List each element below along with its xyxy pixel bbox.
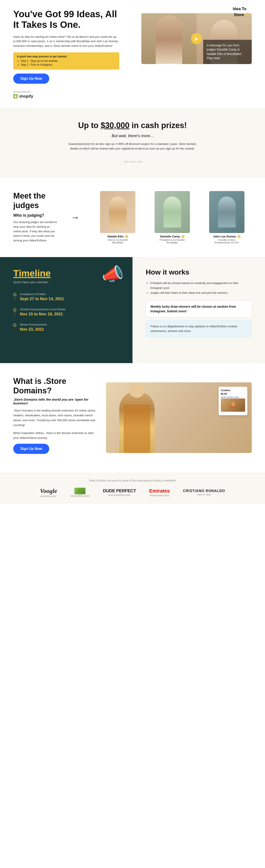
judge3-name: John Lee Dumas (213, 235, 236, 238)
brand-emirates-name: Emirates (149, 488, 170, 494)
prize-decoration: 〜〜〜 (13, 158, 252, 167)
brands-row: Voogle www.lando.store 🌿 www.earthling.s… (13, 488, 252, 497)
hero-steps-box: A quick two-step process to get started:… (13, 52, 119, 69)
judge3-title1: Founder & Host (202, 239, 252, 241)
prize-title-prefix: Up to (78, 121, 101, 130)
store-section: What is .Store Domains? .Store Domains t… (0, 363, 265, 472)
judge2-info-icon[interactable]: i (181, 235, 185, 238)
timeline-date-2: Nov 15 to Nov 19, 2021 (20, 312, 65, 316)
judge-photo-left (141, 13, 197, 64)
brands-section: Store Domains are used by some of the mo… (0, 472, 265, 504)
how-it-works-panel: How it works 6 finalists will be chosen … (133, 257, 265, 363)
hero-left: You've Got 99 Ideas, All It Takes Is One… (13, 9, 119, 99)
store-desc-2: When inspiration strikes, .Store is the … (13, 431, 97, 440)
cookie-image: 🍪 (221, 398, 245, 412)
timeline-how-section: 📣 Timeline Quick! Open your calendar! Ac… (0, 257, 265, 363)
hero-title: You've Got 99 Ideas, All It Takes Is One… (13, 9, 119, 30)
hero-signup-button[interactable]: Sign Up Now (13, 73, 49, 84)
sponsored-label: SPONSORED BY (13, 91, 31, 93)
judges-section: Meet the judges Who is judging? Our amaz… (0, 178, 265, 257)
mockup-url: www.cookies.store (221, 396, 245, 398)
shopify-label: shopify (19, 94, 33, 99)
video-overlay-text: A message for you from judges Danielle C… (203, 40, 252, 64)
brand-emirates-url: www.emirates.store (149, 494, 170, 497)
logo-top-right: Idea To .Store ✦ (233, 7, 250, 18)
video-overlay-message: A message for you from judges Danielle C… (207, 43, 242, 60)
megaphone-icon: 📣 (102, 264, 124, 284)
timeline-dot-1 (13, 293, 16, 296)
prize-title-container: Up to $30,000 in cash prizes! (13, 121, 252, 130)
judge1-name: Natalie Ellis (107, 235, 124, 238)
logo-text2: Store (234, 12, 244, 17)
store-mockup: Cookies $5.00 www.cookies.store 🍪 (219, 387, 247, 415)
prize-description: Guaranteed prize for all who sign up: A … (64, 142, 201, 151)
timeline-line-2 (14, 311, 15, 316)
judge3-title2: Entrepreneurs On Fire (202, 241, 252, 244)
judges-description: Our amazing judges are excited to hear y… (13, 220, 58, 243)
timeline-label-1: Acceptance of Entries (20, 292, 64, 296)
timeline-item-1: Acceptance of Entries Sept 27 to Nov 14,… (13, 292, 119, 301)
brand-voogle-url: www.lando.store (40, 495, 57, 497)
store-tagline: .Store Domains tells the world you are '… (13, 398, 97, 405)
shopify-logo: shopify (13, 94, 119, 99)
prize-amount: $30,000 (101, 121, 129, 130)
judge-card-1: Natalie Ellis i CEO & Co-founder BossBab… (93, 191, 143, 244)
store-signup-button[interactable]: Sign Up Now (13, 444, 49, 454)
timeline-line-1 (14, 296, 15, 301)
hero-right: Idea To .Store ✦ ▶ A message for you fro… (141, 9, 252, 64)
brand-dudeperfect-name: DUDE PERFECT (103, 488, 136, 493)
gold-dots-decoration: ✦ ✦ ✦ (108, 446, 120, 451)
how-callout-2: Follow us on @getdotstore to stay update… (146, 320, 252, 337)
judge1-title1: CEO & Co-founder (93, 239, 143, 241)
timeline-label-3: Winner Announcement (20, 323, 46, 326)
judge-photo-2 (155, 191, 190, 233)
judge3-info-icon[interactable]: i (237, 235, 240, 238)
store-person (115, 387, 159, 453)
brand-voogle-name: Voogle (40, 488, 57, 495)
store-image-placeholder: Cookies $5.00 www.cookies.store 🍪 (106, 382, 252, 453)
prize-section: Up to $30,000 in cash prizes! But wait, … (0, 107, 265, 178)
brand-voogle: Voogle www.lando.store (40, 488, 57, 497)
timeline-date-1: Sept 27 to Nov 14, 2021 (20, 297, 64, 301)
timeline-item-3: Winner Announcement Nov 23, 2021 (13, 323, 119, 332)
prize-title-suffix: in cash prizes! (129, 121, 187, 130)
brand-earthling-url: www.earthling.store (70, 495, 90, 497)
brand-emirates: Emirates www.emirates.store (149, 488, 170, 497)
how-title: How it works (146, 268, 252, 276)
judges-title: Meet the judges (13, 191, 58, 210)
step2-label: Step 2 : Post on Instagram. (21, 63, 116, 66)
brand-dudeperfect: DUDE PERFECT www.dudeperfect.store (103, 488, 136, 496)
timeline-panel: 📣 Timeline Quick! Open your calendar! Ac… (0, 257, 133, 363)
sponsored-block: SPONSORED BY shopify (13, 91, 119, 99)
judges-info: Meet the judges Who is judging? Our amaz… (13, 191, 58, 243)
mockup-price: $5.00 (221, 393, 245, 395)
store-title: What is .Store Domains? (13, 376, 97, 395)
judge2-title2: BossBabe (147, 241, 197, 244)
steps-title: A quick two-step process to get started: (17, 55, 116, 58)
timeline-item-2: Shortlist Announcement & Live Pitches No… (13, 308, 119, 316)
judge1-title2: BossBabe (93, 241, 143, 244)
how-point-2: Judges will then listen to their ideas l… (150, 290, 252, 295)
shopify-icon (13, 94, 18, 98)
brands-tagline: Store Domains are used by some of the mo… (13, 479, 252, 482)
judge1-info-icon[interactable]: i (125, 235, 128, 238)
judges-cards: Natalie Ellis i CEO & Co-founder BossBab… (93, 191, 252, 244)
store-desc-1: .Store Domains is the leading domain ext… (13, 408, 97, 428)
judge-photo-1 (100, 191, 135, 233)
judge-photo-3 (209, 191, 244, 233)
brand-cr7: CRISTIANO RONALDO www.cr7.store (183, 489, 225, 496)
hero-image-container: ▶ A message for you from judges Danielle… (141, 13, 252, 64)
how-list: 6 finalists will be chosen based on crea… (146, 281, 252, 295)
judges-who-label: Who is judging? (13, 213, 58, 218)
judge2-title1: President & Co-founder (147, 239, 197, 241)
brand-cr7-url: www.cr7.store (183, 493, 225, 496)
brand-earthling-icon: 🌿 (74, 488, 86, 494)
play-button[interactable]: ▶ (191, 33, 202, 44)
judge2-name: Danielle Canty (160, 235, 180, 238)
hero-section: You've Got 99 Ideas, All It Takes Is One… (0, 0, 265, 107)
judge-card-2: Danielle Canty i President & Co-founder … (147, 191, 197, 244)
store-info: What is .Store Domains? .Store Domains t… (13, 376, 97, 459)
how-callout-1: Weekly lucky draw winners will be chosen… (146, 301, 252, 317)
brand-dudeperfect-url: www.dudeperfect.store (103, 494, 136, 496)
brand-earthling: 🌿 www.earthling.store (70, 488, 90, 497)
